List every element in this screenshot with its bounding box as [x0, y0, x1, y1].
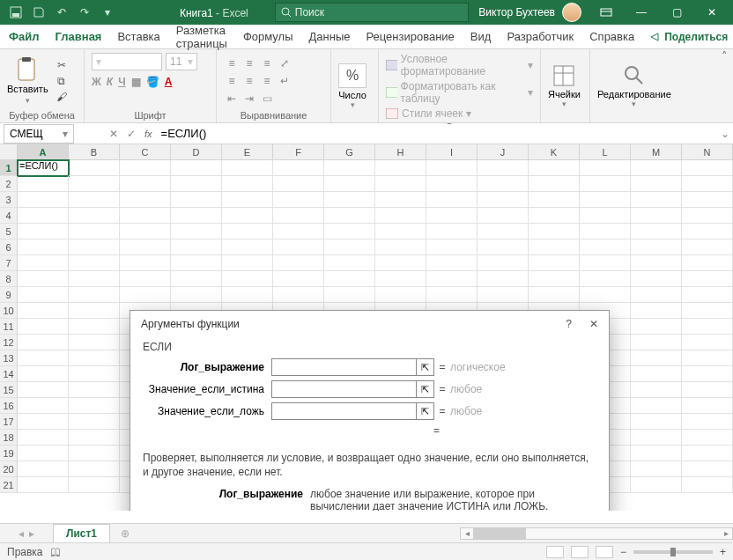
cell[interactable] [18, 350, 69, 366]
cell[interactable] [18, 303, 69, 319]
cell[interactable] [529, 176, 580, 192]
editing-dropdown-icon[interactable]: ▾ [632, 99, 636, 108]
cell[interactable] [171, 271, 222, 287]
number-format-icon[interactable]: % [338, 63, 366, 88]
cell[interactable] [682, 176, 733, 192]
view-normal-icon[interactable] [546, 546, 564, 558]
cell[interactable] [682, 414, 733, 430]
cell[interactable] [631, 446, 682, 461]
ribbon-options-icon[interactable] [589, 0, 624, 25]
cell[interactable] [222, 160, 273, 176]
cell[interactable] [120, 255, 171, 271]
cell[interactable] [631, 430, 682, 446]
italic-button[interactable]: К [107, 76, 113, 88]
cell[interactable] [120, 176, 171, 192]
tab-page-layout[interactable]: Разметка страницы [174, 20, 229, 54]
cell[interactable] [324, 208, 375, 224]
cell[interactable] [682, 366, 733, 382]
cell[interactable] [222, 239, 273, 255]
sheet-nav-next-icon[interactable]: ▸ [29, 527, 34, 540]
column-header[interactable]: B [69, 144, 120, 160]
cell[interactable] [529, 287, 580, 303]
cell[interactable] [682, 446, 733, 461]
row-header[interactable]: 13 [0, 350, 18, 366]
fill-color-button[interactable]: 🪣 [146, 76, 159, 88]
cell[interactable] [273, 176, 324, 192]
arg1-range-picker-icon[interactable]: ⇱ [417, 358, 434, 376]
arg3-range-picker-icon[interactable]: ⇱ [417, 402, 434, 420]
cell[interactable] [682, 477, 733, 493]
cell[interactable] [478, 176, 529, 192]
cell[interactable] [375, 208, 426, 224]
align-top-icon[interactable]: ≡ [224, 55, 240, 71]
horizontal-scrollbar[interactable]: ◂ ▸ [460, 527, 733, 540]
column-header[interactable]: C [120, 144, 171, 160]
cell[interactable] [69, 271, 120, 287]
cell[interactable] [120, 160, 171, 176]
cell[interactable] [18, 176, 69, 192]
qat-dropdown-icon[interactable]: ▾ [97, 2, 118, 23]
cell[interactable] [69, 303, 120, 319]
cell[interactable] [18, 446, 69, 461]
row-header[interactable]: 10 [0, 303, 18, 319]
row-header[interactable]: 16 [0, 398, 18, 414]
arg1-input[interactable] [271, 358, 417, 376]
tab-file[interactable]: Файл [7, 26, 41, 47]
cell[interactable] [273, 239, 324, 255]
cell[interactable] [478, 255, 529, 271]
cell[interactable] [631, 319, 682, 335]
row-header[interactable]: 19 [0, 446, 18, 461]
cell[interactable] [222, 176, 273, 192]
cell[interactable] [69, 398, 120, 414]
row-header[interactable]: 8 [0, 271, 18, 287]
copy-icon[interactable]: ⧉ [54, 75, 70, 87]
cell[interactable] [324, 271, 375, 287]
cell[interactable] [682, 208, 733, 224]
cell[interactable] [69, 192, 120, 208]
cell[interactable] [120, 208, 171, 224]
font-size-selector[interactable]: 11▾ [166, 53, 197, 70]
tab-view[interactable]: Вид [469, 26, 493, 47]
undo-icon[interactable]: ↶ [51, 2, 72, 23]
cell[interactable] [426, 224, 478, 239]
dialog-close-icon[interactable]: ✕ [589, 318, 598, 330]
column-header[interactable]: F [273, 144, 324, 160]
cell[interactable] [69, 446, 120, 461]
wrap-text-icon[interactable]: ↵ [277, 73, 292, 89]
number-dropdown-icon[interactable]: ▾ [351, 100, 355, 109]
zoom-slider[interactable] [633, 550, 713, 554]
cell[interactable] [171, 192, 222, 208]
cell[interactable] [171, 176, 222, 192]
cell[interactable] [69, 461, 120, 477]
cell[interactable] [682, 239, 733, 255]
cell[interactable] [171, 287, 222, 303]
tab-data[interactable]: Данные [307, 26, 352, 47]
cell[interactable] [69, 287, 120, 303]
bold-button[interactable]: Ж [92, 76, 101, 88]
cell[interactable] [682, 160, 733, 176]
decrease-indent-icon[interactable]: ⇤ [224, 91, 240, 107]
cell[interactable] [222, 255, 273, 271]
cell[interactable] [120, 224, 171, 239]
cell[interactable] [69, 366, 120, 382]
editing-label[interactable]: Редактирование [597, 89, 671, 99]
user-name[interactable]: Виктор Бухтеев [478, 6, 555, 18]
cell[interactable] [171, 208, 222, 224]
row-header[interactable]: 17 [0, 414, 18, 430]
cell[interactable] [69, 350, 120, 366]
column-header[interactable]: N [682, 144, 733, 160]
paste-dropdown-icon[interactable]: ▾ [26, 96, 30, 105]
conditional-formatting-button[interactable]: Условное форматирование▾ [386, 53, 533, 77]
cell[interactable] [631, 208, 682, 224]
cell[interactable] [18, 255, 69, 271]
arg3-input[interactable] [271, 402, 417, 420]
cell[interactable] [529, 192, 580, 208]
row-header[interactable]: 6 [0, 239, 18, 255]
formula-input[interactable] [152, 124, 717, 144]
border-button[interactable]: ▦ [131, 76, 141, 88]
cell[interactable] [324, 224, 375, 239]
font-name-selector[interactable]: ▾ [92, 53, 162, 70]
cell[interactable] [222, 208, 273, 224]
cell[interactable] [426, 208, 478, 224]
cell[interactable] [529, 255, 580, 271]
